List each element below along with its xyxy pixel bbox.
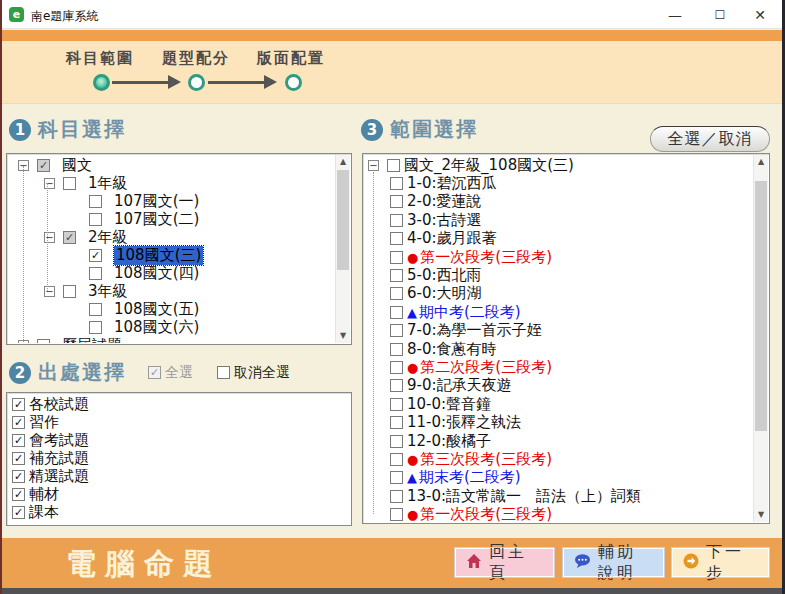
checkbox[interactable] xyxy=(37,339,50,344)
maximize-button[interactable]: ☐ xyxy=(705,5,735,25)
select-all-checkbox[interactable]: ✓ xyxy=(148,366,161,379)
scrollbar-thumb[interactable] xyxy=(755,181,767,431)
source-list-item[interactable]: ✓補充試題 xyxy=(8,449,350,467)
checkbox[interactable] xyxy=(89,321,102,334)
checkbox[interactable] xyxy=(390,306,403,319)
checkbox[interactable] xyxy=(390,471,403,484)
range-tree-item[interactable]: 2-0:愛蓮說 xyxy=(364,193,753,211)
checkbox[interactable] xyxy=(390,435,403,448)
checkbox[interactable] xyxy=(63,177,76,190)
source-list-item[interactable]: ✓課本 xyxy=(8,503,350,521)
checkbox[interactable] xyxy=(390,269,403,282)
checkbox[interactable]: ✓ xyxy=(12,506,25,519)
tree-item[interactable]: ✓108國文(三) xyxy=(8,246,335,264)
checkbox[interactable]: ✓ xyxy=(12,470,25,483)
range-tree-item[interactable]: 10-0:聲音鐘 xyxy=(364,395,753,413)
checkbox[interactable] xyxy=(390,361,403,374)
checkbox[interactable] xyxy=(390,343,403,356)
checkbox[interactable]: ✓ xyxy=(12,398,25,411)
checkbox[interactable]: ✓ xyxy=(63,231,76,244)
expand-toggle-icon[interactable]: − xyxy=(44,232,55,243)
tree-item-label[interactable]: 108國文(四) xyxy=(114,264,199,283)
range-root-item[interactable]: −國文_2年級_108國文(三) xyxy=(364,156,753,174)
expand-toggle-icon[interactable]: − xyxy=(44,286,55,297)
tree-item[interactable]: 107國文(二) xyxy=(8,210,335,228)
range-tree-item[interactable]: 7-0:為學一首示子姪 xyxy=(364,322,753,340)
tree-item[interactable]: 107國文(一) xyxy=(8,192,335,210)
tree-item[interactable]: 108國文(四) xyxy=(8,264,335,282)
tree-item[interactable]: 108國文(五) xyxy=(8,300,335,318)
source-list-item[interactable]: ✓會考試題 xyxy=(8,431,350,449)
range-tree-item[interactable]: ●第二次段考(三段考) xyxy=(364,358,753,376)
checkbox[interactable] xyxy=(390,214,403,227)
checkbox[interactable]: ✓ xyxy=(12,452,25,465)
range-tree-item[interactable]: 1-0:碧沉西瓜 xyxy=(364,174,753,192)
checkbox[interactable] xyxy=(390,195,403,208)
checkbox[interactable]: ✓ xyxy=(12,416,25,429)
tree-item[interactable]: −✓國文 xyxy=(8,156,335,174)
expand-toggle-icon[interactable]: − xyxy=(368,160,379,171)
checkbox[interactable] xyxy=(390,177,403,190)
tree-item-label[interactable]: 108國文(三) xyxy=(114,246,203,265)
scrollbar-thumb[interactable] xyxy=(337,170,349,270)
checkbox[interactable] xyxy=(390,251,403,264)
tree-item[interactable]: −✓2年級 xyxy=(8,228,335,246)
tree-item-label[interactable]: 107國文(二) xyxy=(114,210,199,229)
checkbox[interactable] xyxy=(89,213,102,226)
checkbox[interactable] xyxy=(63,285,76,298)
checkbox[interactable] xyxy=(390,490,403,503)
checkbox[interactable]: ✓ xyxy=(37,159,50,172)
tree-item-label[interactable]: 2年級 xyxy=(88,228,128,247)
tree-item-label[interactable]: 1年級 xyxy=(88,174,128,193)
range-tree-item[interactable]: 6-0:大明湖 xyxy=(364,285,753,303)
range-tree-scrollbar[interactable]: ▲ ▼ xyxy=(753,155,768,522)
range-tree-item[interactable]: 8-0:食蔥有時 xyxy=(364,340,753,358)
source-list-item[interactable]: ✓精選試題 xyxy=(8,467,350,485)
range-tree-item[interactable]: ●第一次段考(三段考) xyxy=(364,505,753,522)
checkbox[interactable] xyxy=(387,159,400,172)
source-list-item[interactable]: ✓各校試題 xyxy=(8,395,350,413)
range-tree-item[interactable]: ●第三次段考(三段考) xyxy=(364,450,753,468)
scroll-down-icon[interactable]: ▼ xyxy=(754,508,768,522)
next-step-button[interactable]: 下一步 xyxy=(672,548,769,577)
help-button[interactable]: 輔助說明 xyxy=(563,548,664,577)
range-tree-item[interactable]: 12-0:酸橘子 xyxy=(364,432,753,450)
scroll-up-icon[interactable]: ▲ xyxy=(754,155,768,169)
range-tree-item[interactable]: ▲期末考(二段考) xyxy=(364,469,753,487)
tree-item-label[interactable]: 3年級 xyxy=(88,282,128,301)
checkbox[interactable]: ✓ xyxy=(12,488,25,501)
subject-tree-scrollbar[interactable]: ▲ ▼ xyxy=(335,155,350,343)
checkbox[interactable]: ✓ xyxy=(89,249,102,262)
checkbox[interactable] xyxy=(390,508,403,521)
tree-item-label[interactable]: 107國文(一) xyxy=(114,192,199,211)
back-to-home-button[interactable]: 回主頁 xyxy=(455,548,554,577)
checkbox[interactable] xyxy=(89,303,102,316)
range-tree-item[interactable]: 3-0:古詩選 xyxy=(364,211,753,229)
range-tree-item[interactable]: 5-0:西北雨 xyxy=(364,266,753,284)
range-tree-item[interactable]: 13-0:語文常識一 語法（上）詞類 xyxy=(364,487,753,505)
range-tree-item[interactable]: 4-0:歲月跟著 xyxy=(364,230,753,248)
checkbox[interactable] xyxy=(390,379,403,392)
checkbox[interactable] xyxy=(390,232,403,245)
checkbox[interactable] xyxy=(390,324,403,337)
range-tree-item[interactable]: ●第一次段考(三段考) xyxy=(364,248,753,266)
deselect-all-checkbox[interactable] xyxy=(217,366,230,379)
close-button[interactable]: ✕ xyxy=(745,5,775,25)
checkbox[interactable] xyxy=(390,453,403,466)
range-tree-item[interactable]: ▲期中考(二段考) xyxy=(364,303,753,321)
checkbox[interactable] xyxy=(89,267,102,280)
checkbox[interactable] xyxy=(89,195,102,208)
tree-item-label[interactable]: 歷屆試題 xyxy=(62,336,122,344)
source-list-item[interactable]: ✓輔材 xyxy=(8,485,350,503)
tree-item-label[interactable]: 108國文(五) xyxy=(114,300,199,319)
checkbox[interactable]: ✓ xyxy=(12,434,25,447)
checkbox[interactable] xyxy=(390,287,403,300)
tree-item[interactable]: 108國文(六) xyxy=(8,318,335,336)
tree-item[interactable]: −1年級 xyxy=(8,174,335,192)
scroll-up-icon[interactable]: ▲ xyxy=(336,155,350,169)
minimize-button[interactable]: — xyxy=(660,5,690,25)
tree-item[interactable]: −歷屆試題 xyxy=(8,336,335,343)
select-toggle-all-button[interactable]: 全選／取消 xyxy=(650,126,770,152)
range-tree-item[interactable]: 11-0:張釋之執法 xyxy=(364,413,753,431)
range-tree-item[interactable]: 9-0:記承天夜遊 xyxy=(364,377,753,395)
